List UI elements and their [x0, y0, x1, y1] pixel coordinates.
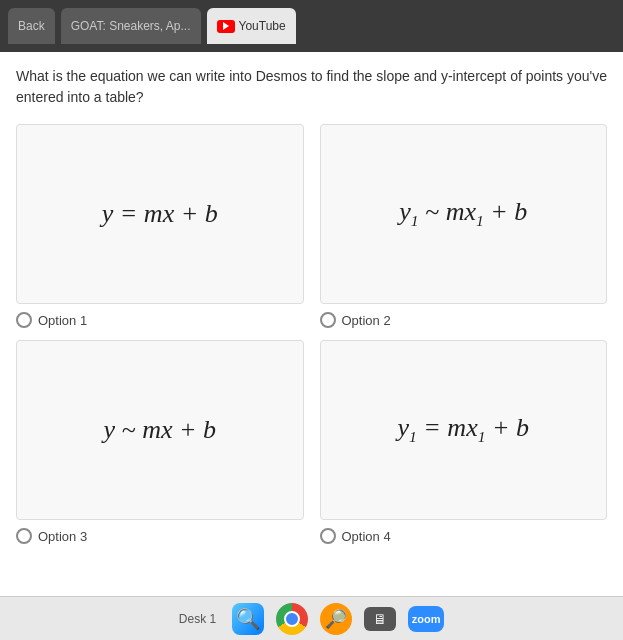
- option4-radio[interactable]: [320, 528, 336, 544]
- desk-label: Desk 1: [179, 612, 216, 626]
- question-text: What is the equation we can write into D…: [16, 66, 607, 108]
- option1-label[interactable]: Option 1: [16, 312, 87, 328]
- chrome-icon[interactable]: [276, 603, 308, 635]
- monitor-icon[interactable]: 🖥: [364, 607, 396, 631]
- option1-card[interactable]: y = mx + b: [16, 124, 304, 304]
- tab-back-label: Back: [18, 19, 45, 33]
- tab-bar: Back GOAT: Sneakers, Ap... YouTube: [0, 0, 623, 52]
- taskbar: Desk 1 🔍 🔎 🖥 zoom: [0, 596, 623, 640]
- tab-back[interactable]: Back: [8, 8, 55, 44]
- zoom-icon[interactable]: zoom: [408, 606, 444, 632]
- option2-equation: y1 ~ mx1 + b: [399, 197, 527, 230]
- option2-text: Option 2: [342, 313, 391, 328]
- option2-label[interactable]: Option 2: [320, 312, 391, 328]
- option3-text: Option 3: [38, 529, 87, 544]
- tab-goat[interactable]: GOAT: Sneakers, Ap...: [61, 8, 201, 44]
- option4-equation: y1 = mx1 + b: [397, 413, 529, 446]
- option4-block: y1 = mx1 + b Option 4: [320, 340, 608, 544]
- option3-block: y ~ mx + b Option 3: [16, 340, 304, 544]
- option1-equation: y = mx + b: [102, 199, 218, 229]
- option3-label[interactable]: Option 3: [16, 528, 87, 544]
- option4-label[interactable]: Option 4: [320, 528, 391, 544]
- option4-text: Option 4: [342, 529, 391, 544]
- main-content: What is the equation we can write into D…: [0, 52, 623, 596]
- option3-equation: y ~ mx + b: [104, 415, 217, 445]
- option4-card[interactable]: y1 = mx1 + b: [320, 340, 608, 520]
- zoom-label: zoom: [412, 613, 441, 625]
- option3-card[interactable]: y ~ mx + b: [16, 340, 304, 520]
- tab-youtube-label: YouTube: [239, 19, 286, 33]
- option1-radio[interactable]: [16, 312, 32, 328]
- option3-radio[interactable]: [16, 528, 32, 544]
- options-grid: y = mx + b Option 1 y1 ~ mx1 + b Option …: [16, 124, 607, 544]
- tab-goat-label: GOAT: Sneakers, Ap...: [71, 19, 191, 33]
- tab-youtube[interactable]: YouTube: [207, 8, 296, 44]
- option1-text: Option 1: [38, 313, 87, 328]
- youtube-icon: [217, 20, 235, 33]
- option1-block: y = mx + b Option 1: [16, 124, 304, 328]
- option2-card[interactable]: y1 ~ mx1 + b: [320, 124, 608, 304]
- option2-radio[interactable]: [320, 312, 336, 328]
- search-icon[interactable]: 🔎: [320, 603, 352, 635]
- finder-icon[interactable]: 🔍: [232, 603, 264, 635]
- option2-block: y1 ~ mx1 + b Option 2: [320, 124, 608, 328]
